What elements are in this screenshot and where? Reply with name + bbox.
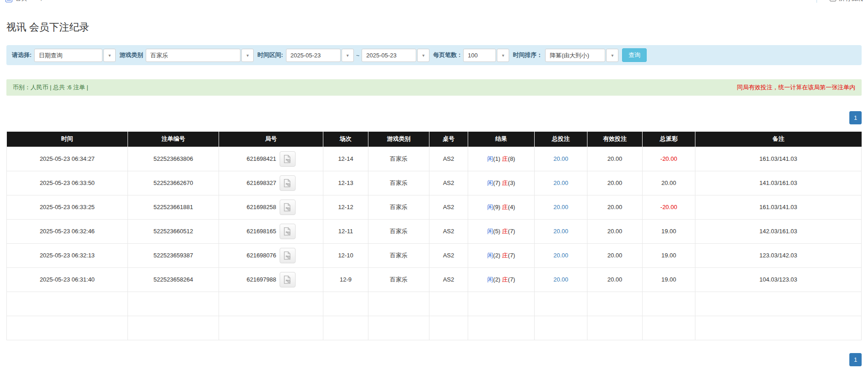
round-number: 621698327 xyxy=(246,179,276,186)
checkbox-icon[interactable] xyxy=(5,0,12,2)
cell-game-type: 百家乐 xyxy=(368,243,429,267)
cell-valid-bet: 20.00 xyxy=(587,267,643,292)
result-banker-score: (3) xyxy=(508,179,515,186)
chevron-down-icon[interactable]: ▾ xyxy=(497,49,509,62)
time-sort-select[interactable]: 降冪(由大到小) ▾ xyxy=(545,49,618,62)
bets-table: 时间 注单编号 局号 场次 游戏类别 桌号 结果 总投注 有效投注 总派彩 备注… xyxy=(6,132,862,340)
cell-game-type: 百家乐 xyxy=(368,147,429,171)
video-file-icon xyxy=(283,275,292,284)
cell-total-bet-link[interactable]: 20.00 xyxy=(535,243,587,267)
date-to-value[interactable]: 2025-05-23 xyxy=(362,49,416,62)
game-type-label: 游戏类别 xyxy=(119,51,143,59)
result-banker: 庄 xyxy=(502,179,508,186)
cell-payout: 20.00 xyxy=(643,171,695,195)
select-type-label: 请选择: xyxy=(12,51,31,59)
cell-note: 104.03/123.03 xyxy=(695,267,862,292)
video-replay-button[interactable] xyxy=(280,272,296,287)
game-type-select[interactable]: 百家乐 ▾ xyxy=(146,49,254,62)
cell-payout: 19.00 xyxy=(643,243,695,267)
round-number: 621698165 xyxy=(246,228,276,235)
pagination-page-1[interactable]: 1 xyxy=(849,111,862,124)
new-tab-button[interactable]: + xyxy=(39,0,43,3)
table-row: 2025-05-23 06:33:50 522523662670 6216983… xyxy=(7,171,862,195)
subtotal-valid-bet: 120.00 xyxy=(587,292,643,316)
cell-table-no: AS2 xyxy=(429,171,468,195)
video-replay-button[interactable] xyxy=(280,200,296,215)
home-tab[interactable]: 首页 xyxy=(15,0,27,3)
window-icon xyxy=(830,0,836,1)
subtotal-row: 小计 6 120.00 120.00 37.00 xyxy=(7,292,862,316)
result-player-score: (1) xyxy=(493,155,500,162)
table-row: 2025-05-23 06:33:25 522523661881 6216982… xyxy=(7,195,862,219)
cell-valid-bet: 20.00 xyxy=(587,243,643,267)
video-replay-button[interactable] xyxy=(280,151,296,167)
result-banker: 庄 xyxy=(502,252,508,259)
video-replay-button[interactable] xyxy=(280,224,296,239)
query-type-value[interactable]: 日期查询 xyxy=(34,49,102,62)
date-from-picker[interactable]: 2025-05-23 ▾ xyxy=(286,49,354,62)
col-header-result: 结果 xyxy=(468,132,535,147)
cell-round-no: 621697988 xyxy=(219,267,323,292)
filter-bar: 请选择: 日期查询 ▾ 游戏类别 百家乐 ▾ 时间区间: 2025-05-23 … xyxy=(6,45,862,65)
subtotal-count: 6 xyxy=(128,292,219,316)
round-number: 621698421 xyxy=(246,155,276,162)
cell-total-bet-link[interactable]: 20.00 xyxy=(535,195,587,219)
date-from-value[interactable]: 2025-05-23 xyxy=(286,49,341,62)
date-to-picker[interactable]: 2025-05-23 ▾ xyxy=(362,49,429,62)
cell-note: 161.03/141.03 xyxy=(695,147,862,171)
all-video-link[interactable]: 所有视讯 xyxy=(839,0,863,3)
cell-total-bet-link[interactable]: 20.00 xyxy=(535,171,587,195)
subtotal-total-bet: 120.00 xyxy=(535,292,587,316)
game-type-value[interactable]: 百家乐 xyxy=(146,49,240,62)
video-replay-button[interactable] xyxy=(280,248,296,263)
chevron-down-icon[interactable]: ▾ xyxy=(342,49,354,62)
cell-table-no: AS2 xyxy=(429,147,468,171)
time-sort-value[interactable]: 降冪(由大到小) xyxy=(545,49,605,62)
cell-note: 161.03/141.03 xyxy=(695,195,862,219)
time-range-label: 时间区间: xyxy=(257,51,283,59)
chevron-down-icon[interactable]: ▾ xyxy=(241,49,254,62)
cell-time: 2025-05-23 06:34:27 xyxy=(7,147,128,171)
grand-total-row: 总计 6 120.00 120.00 37.00 xyxy=(7,316,862,340)
table-row: 2025-05-23 06:31:40 522523658264 6216979… xyxy=(7,267,862,292)
video-file-icon xyxy=(283,179,292,188)
total-count: 6 xyxy=(128,316,219,340)
cell-bet-no: 522523661881 xyxy=(128,195,219,219)
result-banker-score: (7) xyxy=(508,252,515,259)
cell-round-no: 621698258 xyxy=(219,195,323,219)
result-banker-score: (8) xyxy=(508,155,515,162)
cell-game-type: 百家乐 xyxy=(368,267,429,292)
cell-result: 闲(9) 庄(4) xyxy=(468,195,535,219)
col-header-round-no: 局号 xyxy=(219,132,323,147)
cell-note: 141.03/161.03 xyxy=(695,171,862,195)
cell-game-type: 百家乐 xyxy=(368,171,429,195)
chevron-down-icon[interactable]: ▾ xyxy=(606,49,618,62)
video-file-icon xyxy=(283,251,292,260)
cell-total-bet-link[interactable]: 20.00 xyxy=(535,147,587,171)
range-separator: ~ xyxy=(356,52,360,59)
per-page-select[interactable]: 100 ▾ xyxy=(463,49,509,62)
search-button[interactable]: 查询 xyxy=(622,48,647,62)
result-player-score: (9) xyxy=(493,204,500,210)
query-type-select[interactable]: 日期查询 ▾ xyxy=(34,49,116,62)
valid-bet-note: 同局有效投注，统一计算在该局第一张注单内 xyxy=(737,83,855,92)
chevron-down-icon[interactable]: ▾ xyxy=(417,49,429,62)
video-file-icon xyxy=(283,227,292,236)
subtotal-payout: 37.00 xyxy=(643,292,695,316)
result-banker: 庄 xyxy=(502,155,508,162)
chevron-down-icon[interactable]: ▾ xyxy=(103,49,116,62)
divider xyxy=(817,0,817,3)
per-page-value[interactable]: 100 xyxy=(463,49,496,62)
result-player: 闲 xyxy=(487,228,493,235)
pagination-page-1[interactable]: 1 xyxy=(849,353,862,366)
cell-total-bet-link[interactable]: 20.00 xyxy=(535,219,587,243)
col-header-valid-bet: 有效投注 xyxy=(587,132,643,147)
video-file-icon xyxy=(283,203,292,212)
cell-total-bet-link[interactable]: 20.00 xyxy=(535,267,587,292)
cell-bet-no: 522523658264 xyxy=(128,267,219,292)
cell-valid-bet: 20.00 xyxy=(587,195,643,219)
cell-result: 闲(2) 庄(7) xyxy=(468,243,535,267)
result-banker-score: (4) xyxy=(508,204,515,210)
time-sort-label: 时间排序： xyxy=(513,51,542,59)
video-replay-button[interactable] xyxy=(280,175,296,191)
